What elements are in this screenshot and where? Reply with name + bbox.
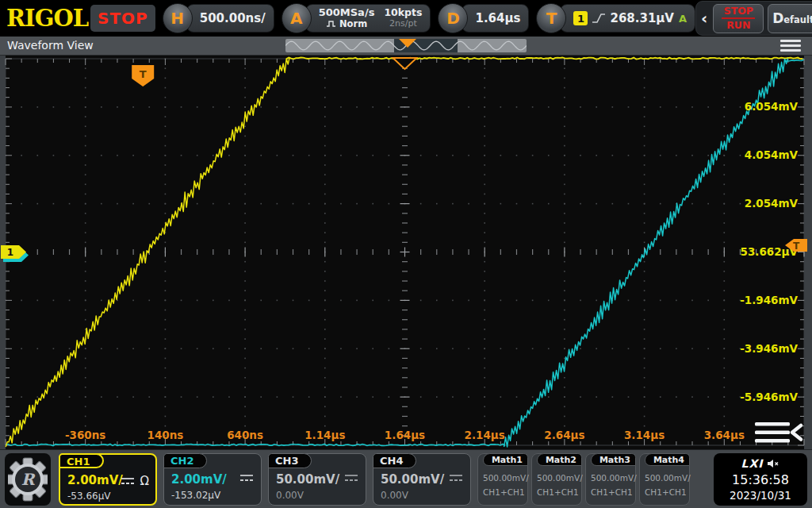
run-stop-label-bottom: RUN xyxy=(722,20,755,31)
ch2-tab[interactable]: CH2 xyxy=(163,453,207,468)
speaker-muted-icon xyxy=(767,459,779,468)
time-axis-label: 2.64µs xyxy=(544,429,584,441)
horizontal-scale-value: 500.00ns/ xyxy=(186,4,274,33)
top-bar: RIGOL STOP H 500.00ns/ A 500MSa/s Norm xyxy=(0,0,812,37)
delay-value: 1.64µs xyxy=(462,4,529,33)
trigger-sweep-mode: A xyxy=(679,13,687,25)
math4-tab[interactable]: Math4 xyxy=(645,453,690,466)
ch1-card[interactable]: CH1 2.00mV/ Ω -53.66µV xyxy=(59,453,157,506)
dc-coupling-icon xyxy=(343,473,359,483)
svg-text:T: T xyxy=(793,241,800,252)
time-axis-label: 3.14µs xyxy=(624,429,665,441)
acquisition-status-badge: STOP xyxy=(90,5,155,32)
waveform-view-title: Waveform View xyxy=(7,39,94,52)
ch3-tab[interactable]: CH3 xyxy=(268,453,312,468)
collapse-menu-icon[interactable] xyxy=(755,422,801,443)
ch4-scale: 50.00mV/ xyxy=(381,472,444,487)
oscilloscope-screen: RIGOL STOP H 500.00ns/ A 500MSa/s Norm xyxy=(0,0,812,508)
ch1-impedance: Ω xyxy=(140,474,149,488)
time-axis-label: 1.14µs xyxy=(304,429,345,441)
volt-axis-label: -1.946mV xyxy=(740,294,798,306)
volt-axis-label: 6.054mV xyxy=(745,100,799,113)
rigol-gear-logo: R xyxy=(8,457,48,502)
svg-text:R: R xyxy=(21,470,36,489)
dc-coupling-icon xyxy=(120,476,136,486)
time-axis-label: 640ns xyxy=(227,429,263,441)
svg-text:1: 1 xyxy=(7,247,13,258)
math3-expression: CH1+CH1 xyxy=(591,487,633,497)
ch1-scale: 2.00mV/ xyxy=(67,473,123,487)
system-date: 2023/10/31 xyxy=(714,489,807,502)
system-time: 15:36:58 xyxy=(714,472,807,487)
math1-tab[interactable]: Math1 xyxy=(483,453,528,466)
math4-expression: CH1+CH1 xyxy=(645,487,687,497)
toolbar-button-cluster: ‹ STOP RUN Default Measure xyxy=(695,1,812,36)
time-axis-label: 3.64µs xyxy=(704,429,745,441)
sample-rate: 500MSa/s xyxy=(319,7,375,19)
nav-strip-preview xyxy=(285,39,527,52)
channel-bar: R CH1 2.00mV/ Ω -53.66µV CH2 2.00mV/ -15… xyxy=(0,449,812,508)
delay-position-marker-icon xyxy=(393,58,417,69)
math2-tab[interactable]: Math2 xyxy=(537,453,582,466)
math4-scale: 500.00mV/ xyxy=(645,473,691,483)
ch2-card[interactable]: CH2 2.00mV/ -153.02µV xyxy=(163,453,262,506)
waveform-view-bar: Waveform View xyxy=(0,37,812,56)
volt-axis-label: 2.054mV xyxy=(745,197,799,210)
waveform-display[interactable]: -360ns140ns640ns1.14µs1.64µs2.14µs2.64µs… xyxy=(0,56,812,449)
horizontal-scale-pill[interactable]: H 500.00ns/ xyxy=(163,2,274,34)
dc-coupling-icon xyxy=(239,473,255,483)
rigol-logo: RIGOL xyxy=(6,5,86,32)
trigger-source-badge: 1 xyxy=(573,11,588,25)
rigol-gear-logo-tile[interactable]: R xyxy=(5,453,51,506)
ch4-tab[interactable]: CH4 xyxy=(373,453,416,468)
default-button[interactable]: Default xyxy=(768,4,812,33)
volt-axis-label: 4.054mV xyxy=(745,148,799,161)
run-stop-button[interactable]: STOP RUN xyxy=(713,4,764,33)
acquisition-pill[interactable]: A 500MSa/s Norm 10kpts 2ns/pt xyxy=(282,2,431,34)
default-button-label: Default xyxy=(772,10,812,26)
time-axis-label: 140ns xyxy=(147,429,183,441)
math3-card[interactable]: Math3 500.00mV/ CH1+CH1 xyxy=(585,453,636,506)
acquisition-knob[interactable]: A xyxy=(282,3,312,33)
math3-scale: 500.00mV/ xyxy=(591,473,637,483)
ch3-scale: 50.00mV/ xyxy=(276,472,339,487)
math3-tab[interactable]: Math3 xyxy=(591,453,636,466)
volt-axis-label: -5.946mV xyxy=(740,391,798,403)
status-clock-tile[interactable]: LXI 15:36:58 2023/10/31 xyxy=(714,453,807,506)
horizontal-knob[interactable]: H xyxy=(163,3,193,33)
ch2-offset: -153.02µV xyxy=(171,490,220,501)
acq-mode: Norm xyxy=(339,19,367,29)
volt-axis-label: -3.946mV xyxy=(740,342,798,355)
math1-card[interactable]: Math1 500.00mV/ CH1+CH1 xyxy=(477,453,528,506)
trigger-pill[interactable]: T 1 268.31µV A xyxy=(536,2,695,34)
trigger-level-value: 268.31µV xyxy=(610,11,674,25)
memory-depth: 10kpts xyxy=(384,7,422,18)
lxi-badge: LXI xyxy=(741,457,764,470)
math1-scale: 500.00mV/ xyxy=(483,473,529,483)
ch3-card[interactable]: CH3 50.00mV/ 0.00V xyxy=(268,453,366,506)
svg-text:T: T xyxy=(140,68,147,80)
time-axis-label: -360ns xyxy=(65,429,105,441)
menu-lines-icon[interactable] xyxy=(780,40,801,52)
time-axis-label: 1.64µs xyxy=(385,429,425,441)
math1-expression: CH1+CH1 xyxy=(483,487,525,497)
ch1-tab[interactable]: CH1 xyxy=(59,453,104,468)
run-stop-label-top: STOP xyxy=(722,6,755,17)
ch3-offset: 0.00V xyxy=(276,490,304,501)
acq-mode-pulse-icon xyxy=(326,20,337,28)
delay-pill[interactable]: D 1.64µs xyxy=(438,2,529,34)
math2-card[interactable]: Math2 500.00mV/ CH1+CH1 xyxy=(531,453,582,506)
math2-expression: CH1+CH1 xyxy=(537,487,579,497)
waveform-navigation-strip[interactable] xyxy=(285,39,527,52)
waveform-plot[interactable]: -360ns140ns640ns1.14µs1.64µs2.14µs2.64µs… xyxy=(0,56,812,449)
ch4-card[interactable]: CH4 50.00mV/ 0.00V xyxy=(373,453,471,506)
math2-scale: 500.00mV/ xyxy=(537,473,583,483)
time-per-point: 2ns/pt xyxy=(389,19,417,29)
rising-edge-icon xyxy=(591,12,607,25)
ch4-offset: 0.00V xyxy=(381,490,408,501)
math4-card[interactable]: Math4 500.00mV/ CH1+CH1 xyxy=(639,453,690,506)
toolbar-prev-chevron[interactable]: ‹ xyxy=(699,10,709,26)
dc-coupling-icon xyxy=(448,473,464,483)
ch1-offset: -53.66µV xyxy=(67,491,111,502)
ch2-scale: 2.00mV/ xyxy=(171,472,227,487)
